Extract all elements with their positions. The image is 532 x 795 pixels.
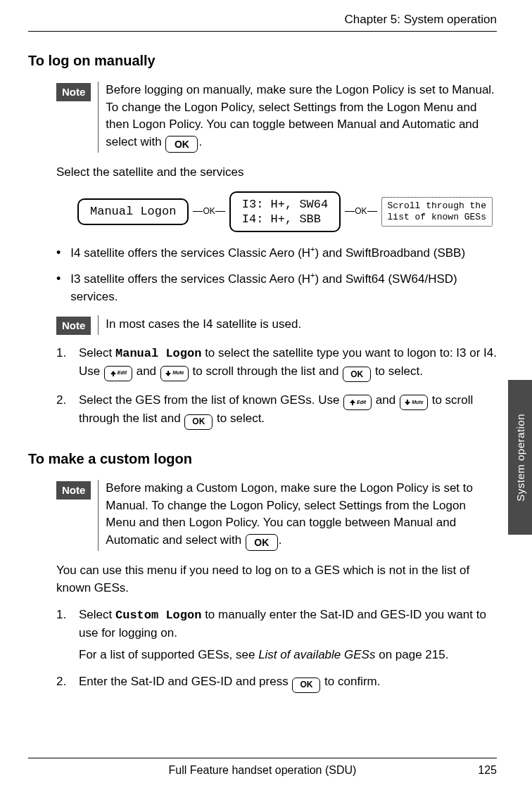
flow-diagram: Manual Logon OK I3: H+, SW64 I4: H+, SBB… <box>77 191 497 233</box>
step-text: Enter the Sat-ID and GES-ID and press <box>79 675 291 688</box>
page-number: 125 <box>478 764 497 777</box>
down-mute-key-icon: Mute <box>400 395 428 410</box>
note-text: Before making a Custom Logon, make sure … <box>106 480 497 551</box>
key-sublabel: Edit <box>357 399 366 406</box>
satellite-bullets: I4 satellite offers the services Classic… <box>56 245 497 305</box>
note-divider <box>98 480 99 551</box>
list-item: I3 satellite offers the services Classic… <box>56 271 497 305</box>
flow-connector-1: OK <box>193 205 224 217</box>
step-1: Select Manual Logon to select the satell… <box>56 345 497 382</box>
flow-box-manual-logon: Manual Logon <box>77 198 189 224</box>
ok-key-icon: OK <box>184 414 213 430</box>
note-text-post: . <box>198 135 202 148</box>
ok-key-icon: OK <box>246 534 278 551</box>
step-text: to confirm. <box>324 675 380 688</box>
list-item: I4 satellite offers the services Classic… <box>56 245 497 262</box>
note-badge: Note <box>56 317 91 335</box>
flow-box-satellites: I3: H+, SW64 I4: H+, SBB <box>229 191 341 233</box>
footer-title: Full Feature handset operation (SDU) <box>169 764 357 777</box>
side-tab: System operation <box>508 380 532 535</box>
note-text-pre: Before logging on manually, make sure th… <box>106 83 495 148</box>
key-sublabel: Mute <box>412 399 423 406</box>
ok-key-icon: OK <box>343 367 371 382</box>
note-badge: Note <box>56 481 91 500</box>
select-satellite-text: Select the satellite and the services <box>56 164 497 182</box>
bullet-text: I3 satellite offers the services Classic… <box>70 272 310 286</box>
custom-logon-paragraph: You can use this menu if you need to log… <box>56 562 497 597</box>
flow-conn-label-2: OK <box>355 205 367 217</box>
ok-key-icon: OK <box>165 136 198 153</box>
up-edit-key-icon: Edit <box>343 395 372 410</box>
manual-logon-steps: Select Manual Logon to select the satell… <box>56 345 497 430</box>
note-text-pre: Before making a Custom Logon, make sure … <box>106 481 473 547</box>
flow-box-scroll-ges: Scroll through the list of known GESs <box>381 197 493 227</box>
note-badge: Note <box>56 83 91 101</box>
step-text: to select. <box>375 364 423 378</box>
up-edit-key-icon: Edit <box>104 366 132 381</box>
note-block-2: Note In most cases the I4 satellite is u… <box>56 315 497 335</box>
side-tab-label: System operation <box>514 414 526 502</box>
step-1: Select Custom Logon to manually enter th… <box>56 606 497 663</box>
flow-conn-label: OK <box>203 205 215 217</box>
step-mono: Manual Logon <box>115 347 201 360</box>
step-text: to select. <box>217 412 265 425</box>
step-text: Select <box>79 346 115 360</box>
page-footer: Full Feature handset operation (SDU) 125 <box>28 758 497 777</box>
step-text: and <box>376 393 399 407</box>
step-mono: Custom Logon <box>115 609 201 622</box>
step-subtext: on page 215. <box>379 648 448 661</box>
custom-logon-steps: Select Custom Logon to manually enter th… <box>56 606 497 693</box>
ok-key-icon: OK <box>292 678 320 693</box>
key-sublabel: Mute <box>172 369 184 376</box>
heading-log-on-manually: To log on manually <box>28 53 497 69</box>
step-subtext: For a list of supported GESs, see <box>79 648 258 661</box>
note-text-post: . <box>279 533 282 547</box>
note-text: In most cases the I4 satellite is used. <box>106 315 497 333</box>
down-mute-key-icon: Mute <box>160 366 189 381</box>
step-subtext-italic: List of available GESs <box>258 648 375 661</box>
note-divider <box>98 315 99 335</box>
bullet-text: I4 satellite offers the services Classic… <box>70 246 310 260</box>
bullet-text-post: ) and SwiftBroadband (SBB) <box>315 246 466 260</box>
step-text: and <box>137 364 160 378</box>
note-text: Before logging on manually, make sure th… <box>106 82 497 153</box>
step-text: Select the GES from the list of known GE… <box>79 393 343 407</box>
note-block-1: Note Before logging on manually, make su… <box>56 82 497 153</box>
note-block-3: Note Before making a Custom Logon, make … <box>56 480 497 551</box>
step-2: Enter the Sat-ID and GES-ID and press OK… <box>56 673 497 693</box>
heading-custom-logon: To make a custom logon <box>28 451 497 467</box>
note-divider <box>98 82 99 153</box>
chapter-header: Chapter 5: System operation <box>28 13 497 32</box>
flow-connector-2: OK <box>345 205 376 217</box>
step-text: to scroll through the list and <box>193 364 343 378</box>
step-2: Select the GES from the list of known GE… <box>56 392 497 430</box>
key-sublabel: Edit <box>118 369 127 376</box>
step-text: Select <box>79 608 115 621</box>
